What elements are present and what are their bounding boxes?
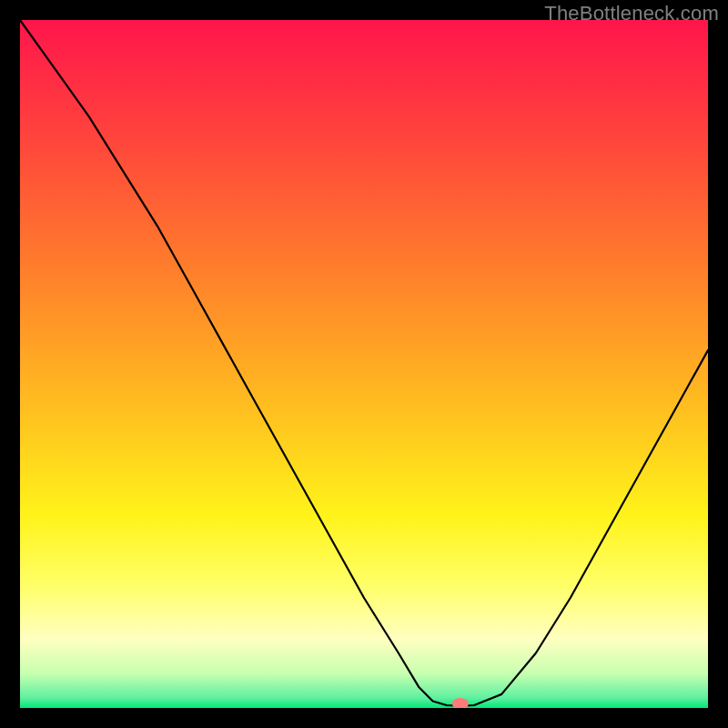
chart-svg [20,20,708,708]
svg-rect-0 [20,20,708,708]
chart-frame: TheBottleneck.com [0,0,728,728]
chart-plot [20,20,708,708]
